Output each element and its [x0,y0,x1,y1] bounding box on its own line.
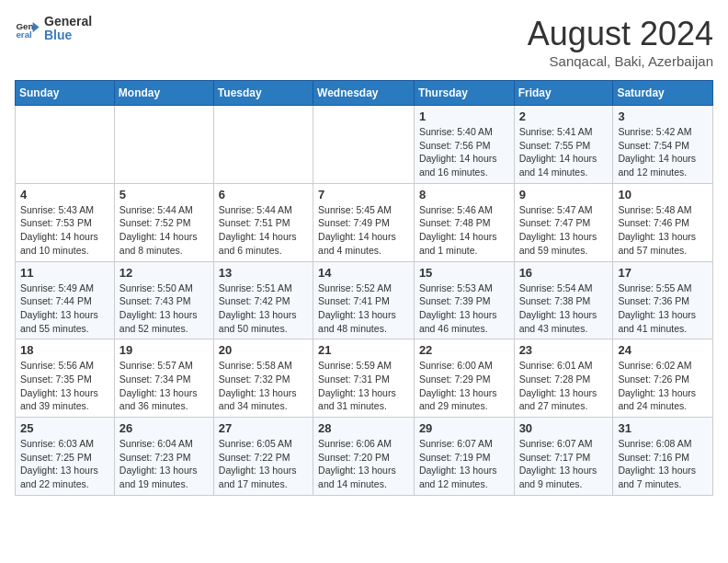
weekday-header: Wednesday [313,81,415,106]
calendar-cell: 8Sunrise: 5:46 AM Sunset: 7:48 PM Daylig… [414,183,514,261]
calendar-cell: 24Sunrise: 6:02 AM Sunset: 7:26 PM Dayli… [613,339,713,418]
cell-content: Sunrise: 5:46 AM Sunset: 7:48 PM Dayligh… [419,203,509,258]
cell-content: Sunrise: 5:55 AM Sunset: 7:36 PM Dayligh… [618,282,708,336]
calendar-week-row: 1Sunrise: 5:40 AM Sunset: 7:56 PM Daylig… [16,106,713,184]
day-number: 24 [618,343,708,357]
month-year: August 2024 [528,15,713,53]
cell-content: Sunrise: 6:07 AM Sunset: 7:19 PM Dayligh… [419,437,509,491]
calendar-cell: 10Sunrise: 5:48 AM Sunset: 7:46 PM Dayli… [613,183,713,261]
calendar-cell: 5Sunrise: 5:44 AM Sunset: 7:52 PM Daylig… [114,183,213,261]
calendar-cell: 27Sunrise: 6:05 AM Sunset: 7:22 PM Dayli… [213,418,313,496]
cell-content: Sunrise: 6:07 AM Sunset: 7:17 PM Dayligh… [519,437,609,491]
calendar-week-row: 18Sunrise: 5:56 AM Sunset: 7:35 PM Dayli… [16,339,713,418]
cell-content: Sunrise: 6:02 AM Sunset: 7:26 PM Dayligh… [618,359,708,413]
cell-content: Sunrise: 5:50 AM Sunset: 7:43 PM Dayligh… [119,282,209,336]
cell-content: Sunrise: 5:52 AM Sunset: 7:41 PM Dayligh… [318,282,409,336]
calendar-cell: 29Sunrise: 6:07 AM Sunset: 7:19 PM Dayli… [414,418,514,496]
day-number: 2 [519,109,609,123]
calendar-cell: 18Sunrise: 5:56 AM Sunset: 7:35 PM Dayli… [16,339,115,418]
day-number: 26 [119,421,209,435]
calendar-cell: 30Sunrise: 6:07 AM Sunset: 7:17 PM Dayli… [514,418,613,496]
day-number: 4 [20,188,109,201]
day-number: 20 [219,343,308,357]
calendar-cell: 22Sunrise: 6:00 AM Sunset: 7:29 PM Dayli… [414,339,514,418]
weekday-header: Saturday [613,81,713,106]
logo-general: General [44,15,92,29]
calendar-cell: 11Sunrise: 5:49 AM Sunset: 7:44 PM Dayli… [16,261,115,339]
calendar-cell: 26Sunrise: 6:04 AM Sunset: 7:23 PM Dayli… [114,418,213,496]
calendar-week-row: 4Sunrise: 5:43 AM Sunset: 7:53 PM Daylig… [16,183,713,261]
calendar-cell [313,106,415,184]
calendar-cell: 31Sunrise: 6:08 AM Sunset: 7:16 PM Dayli… [613,418,713,496]
cell-content: Sunrise: 5:41 AM Sunset: 7:55 PM Dayligh… [519,125,609,179]
logo-icon: Gen eral [15,16,40,41]
day-number: 9 [519,188,609,201]
cell-content: Sunrise: 5:58 AM Sunset: 7:32 PM Dayligh… [219,359,308,413]
day-number: 6 [219,188,308,201]
logo: Gen eral General Blue [15,15,92,43]
day-number: 18 [20,343,109,357]
day-number: 10 [618,188,708,201]
cell-content: Sunrise: 5:44 AM Sunset: 7:51 PM Dayligh… [219,203,308,258]
calendar-cell: 6Sunrise: 5:44 AM Sunset: 7:51 PM Daylig… [213,183,313,261]
cell-content: Sunrise: 5:49 AM Sunset: 7:44 PM Dayligh… [20,282,109,336]
weekday-header: Thursday [414,81,514,106]
cell-content: Sunrise: 6:03 AM Sunset: 7:25 PM Dayligh… [20,437,109,491]
calendar-cell: 23Sunrise: 6:01 AM Sunset: 7:28 PM Dayli… [514,339,613,418]
cell-content: Sunrise: 5:45 AM Sunset: 7:49 PM Dayligh… [318,203,409,258]
page-header: Gen eral General Blue August 2024 Sanqac… [15,15,713,69]
calendar-cell: 14Sunrise: 5:52 AM Sunset: 7:41 PM Dayli… [313,261,415,339]
svg-text:eral: eral [16,29,32,40]
cell-content: Sunrise: 5:47 AM Sunset: 7:47 PM Dayligh… [519,203,609,258]
cell-content: Sunrise: 5:57 AM Sunset: 7:34 PM Dayligh… [119,359,209,413]
calendar-cell: 15Sunrise: 5:53 AM Sunset: 7:39 PM Dayli… [414,261,514,339]
cell-content: Sunrise: 5:54 AM Sunset: 7:38 PM Dayligh… [519,282,609,336]
calendar-cell [213,106,313,184]
calendar-cell: 9Sunrise: 5:47 AM Sunset: 7:47 PM Daylig… [514,183,613,261]
logo-blue: Blue [44,29,92,42]
calendar-cell: 3Sunrise: 5:42 AM Sunset: 7:54 PM Daylig… [613,106,713,184]
calendar-cell: 2Sunrise: 5:41 AM Sunset: 7:55 PM Daylig… [514,106,613,184]
day-number: 31 [618,421,708,435]
cell-content: Sunrise: 5:51 AM Sunset: 7:42 PM Dayligh… [219,282,308,336]
calendar-week-row: 11Sunrise: 5:49 AM Sunset: 7:44 PM Dayli… [16,261,713,339]
cell-content: Sunrise: 5:42 AM Sunset: 7:54 PM Dayligh… [618,125,708,179]
calendar-cell: 16Sunrise: 5:54 AM Sunset: 7:38 PM Dayli… [514,261,613,339]
cell-content: Sunrise: 6:01 AM Sunset: 7:28 PM Dayligh… [519,359,609,413]
day-number: 17 [618,266,708,280]
calendar-cell: 4Sunrise: 5:43 AM Sunset: 7:53 PM Daylig… [16,183,115,261]
cell-content: Sunrise: 6:00 AM Sunset: 7:29 PM Dayligh… [419,359,509,413]
day-number: 21 [318,343,409,357]
day-number: 30 [519,421,609,435]
cell-content: Sunrise: 5:59 AM Sunset: 7:31 PM Dayligh… [318,359,409,413]
calendar-cell: 17Sunrise: 5:55 AM Sunset: 7:36 PM Dayli… [613,261,713,339]
cell-content: Sunrise: 6:06 AM Sunset: 7:20 PM Dayligh… [318,437,409,491]
calendar-week-row: 25Sunrise: 6:03 AM Sunset: 7:25 PM Dayli… [16,418,713,496]
day-number: 13 [219,266,308,280]
day-number: 28 [318,421,409,435]
day-number: 14 [318,266,409,280]
weekday-header: Monday [114,81,213,106]
cell-content: Sunrise: 6:04 AM Sunset: 7:23 PM Dayligh… [119,437,209,491]
day-number: 8 [419,188,509,201]
calendar-cell: 21Sunrise: 5:59 AM Sunset: 7:31 PM Dayli… [313,339,415,418]
weekday-header-row: SundayMondayTuesdayWednesdayThursdayFrid… [16,81,713,106]
day-number: 16 [519,266,609,280]
weekday-header: Sunday [16,81,115,106]
location: Sanqacal, Baki, Azerbaijan [528,53,713,69]
calendar-table: SundayMondayTuesdayWednesdayThursdayFrid… [15,80,713,496]
day-number: 7 [318,188,409,201]
calendar-cell: 19Sunrise: 5:57 AM Sunset: 7:34 PM Dayli… [114,339,213,418]
day-number: 5 [119,188,209,201]
calendar-cell: 20Sunrise: 5:58 AM Sunset: 7:32 PM Dayli… [213,339,313,418]
cell-content: Sunrise: 6:08 AM Sunset: 7:16 PM Dayligh… [618,437,708,491]
cell-content: Sunrise: 5:43 AM Sunset: 7:53 PM Dayligh… [20,203,109,258]
day-number: 15 [419,266,509,280]
cell-content: Sunrise: 5:44 AM Sunset: 7:52 PM Dayligh… [119,203,209,258]
day-number: 12 [119,266,209,280]
calendar-cell: 28Sunrise: 6:06 AM Sunset: 7:20 PM Dayli… [313,418,415,496]
svg-marker-2 [33,22,40,32]
cell-content: Sunrise: 5:40 AM Sunset: 7:56 PM Dayligh… [419,125,509,179]
day-number: 23 [519,343,609,357]
cell-content: Sunrise: 5:56 AM Sunset: 7:35 PM Dayligh… [20,359,109,413]
